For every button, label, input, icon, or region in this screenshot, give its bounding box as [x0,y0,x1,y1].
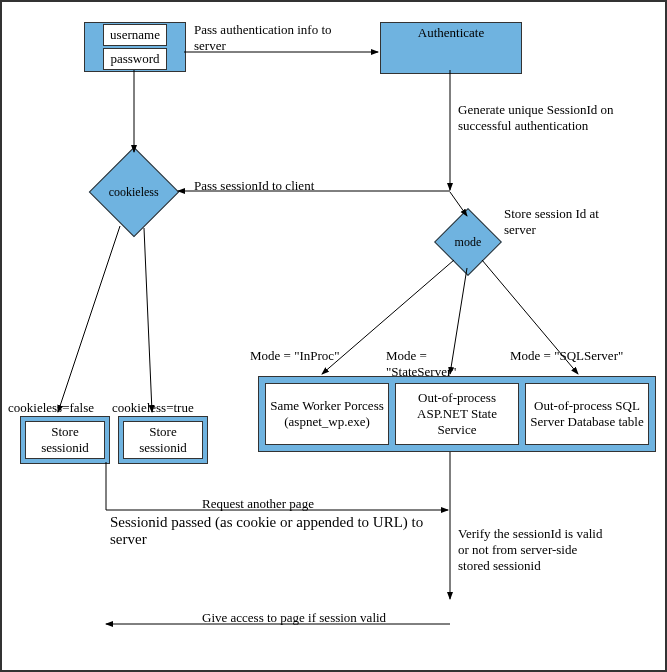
mode-label: mode [455,234,482,249]
label-request: Request another page [202,496,314,512]
diagram-canvas: username password Authenticate cookieles… [0,0,667,672]
label-give: Give access to page if session valid [202,610,386,626]
mode-options: Same Worker Porcess (aspnet_wp.exe) Out-… [258,376,656,452]
svg-line-5 [58,226,120,412]
cookieless-label: cookieless [109,185,159,200]
label-cookieless-true: cookieless=true [112,400,194,416]
label-pass-session: Pass sessionId to client [194,178,314,194]
mode-sqlserver: Out-of-process SQL Server Database table [525,383,649,445]
mode-decision: mode [434,208,502,276]
label-passed: Sessionid passed (as cookie or appended … [110,514,440,548]
password-field: password [103,48,166,70]
svg-line-6 [144,228,152,412]
mode-stateserver: Out-of-process ASP.NET State Service [395,383,519,445]
store-sessionid-group: Store sessionid Store sessionid [20,416,208,464]
authenticate-label: Authenticate [418,25,484,41]
label-mode-state: Mode = "StateServer" [386,348,486,380]
mode-inproc: Same Worker Porcess (aspnet_wp.exe) [265,383,389,445]
label-verify: Verify the sessionId is valid or not fro… [458,526,608,574]
label-pass-auth: Pass authentication info to server [194,22,344,54]
authenticate-box: Authenticate [380,22,522,74]
label-generate: Generate unique SessionId on successful … [458,102,618,134]
login-box: username password [84,22,186,72]
store-true: Store sessionid [118,416,208,464]
store-false: Store sessionid [20,416,110,464]
cookieless-decision: cookieless [89,147,180,238]
label-mode-sql: Mode = "SQLServer" [510,348,623,364]
label-cookieless-false: cookieless=false [8,400,94,416]
username-field: username [103,24,167,46]
label-mode-inproc: Mode = "InProc" [250,348,339,364]
label-store-server: Store session Id at server [504,206,614,238]
